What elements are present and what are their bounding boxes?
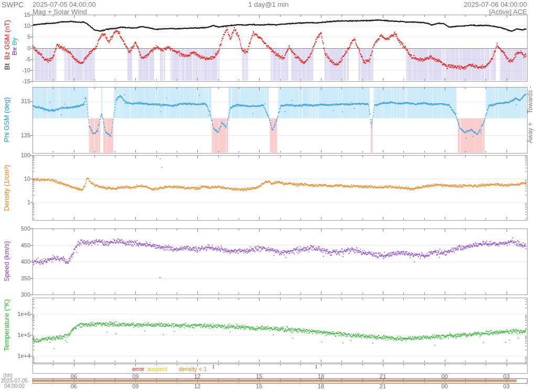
y-tick-label: -15 (13, 78, 30, 84)
y-tick-label: 10 (13, 23, 30, 29)
y-tick-label: 1e+5 (13, 332, 30, 338)
hour-tick-label: 00 (437, 374, 452, 379)
bt-axis-label: Bt (3, 63, 11, 70)
away-sector-label: Away + (527, 112, 534, 154)
plot-subtitle: Mag + Solar Wind (33, 8, 87, 15)
y-tick-label: 10 (13, 176, 30, 182)
y-tick-label: 1e+6 (13, 311, 30, 317)
y-tick-label: 1 (13, 199, 30, 205)
duration-label: 1 day@1 min (216, 1, 321, 8)
hour-tick-label: 21 (375, 384, 390, 389)
legend-suspect: suspect (147, 366, 167, 372)
y-tick-label: 5 (13, 34, 30, 40)
hour-tick-label: 15 (252, 384, 266, 389)
hour-tick-label: 06 (67, 384, 81, 389)
y-tick-label: 1e+4 (13, 353, 30, 359)
hour-tick-label: 18 (314, 374, 328, 379)
hour-tick-label: 03 (499, 384, 514, 389)
hour-tick-label: 12 (190, 384, 205, 389)
y-tick-label: -5 (13, 56, 30, 62)
mag-axis-label: Bt Bz GSM (nT) (3, 3, 11, 87)
legend-error: error (132, 366, 144, 372)
temperature-axis-label: Temperature (°K) (3, 281, 10, 370)
end-time: 2025-07-06 04:00:00 (391, 1, 527, 8)
hour-tick-label: 06 (67, 374, 81, 379)
hour-tick-label: 09 (128, 374, 143, 379)
y-tick-label: 350 (13, 275, 30, 281)
y-tick-label: 100 (13, 152, 30, 158)
data-status: [Active] ACE (391, 8, 527, 15)
y-tick-label: 15 (13, 12, 30, 18)
hour-tick-label: 15 (252, 374, 266, 379)
y-tick-label: 450 (13, 242, 30, 248)
y-tick-label: 0 (13, 45, 30, 51)
hour-tick-label: 03 (499, 374, 514, 379)
hour-tick-label: 00 (437, 384, 452, 389)
hour-tick-label: 12 (190, 374, 205, 379)
legend-density-lt-1: density < 1 (179, 366, 207, 372)
y-tick-label: -10 (13, 67, 30, 73)
hour-tick-label: 09 (128, 384, 143, 389)
y-tick-label: 300 (13, 291, 30, 298)
axis-origin-time: 04:00:00 (4, 384, 25, 389)
hour-tick-label: 18 (314, 384, 328, 389)
plot-canvas (0, 0, 537, 392)
hour-tick-label: 21 (375, 374, 390, 379)
start-time: 2025-07-05 04:00:00 (33, 1, 96, 8)
y-tick-label: 400 (13, 258, 30, 265)
y-tick-label: 135 (13, 132, 30, 138)
y-tick-label: 315 (13, 98, 30, 104)
y-tick-label: 500 (13, 225, 30, 232)
bz-axis-label: Bz GSM (nT) (3, 20, 11, 60)
density-axis-label: Density (1/cm³) (3, 146, 10, 230)
swpc-solar-wind-dashboard: SWPC 2025-07-05 04:00:00 Mag + Solar Win… (0, 0, 537, 392)
